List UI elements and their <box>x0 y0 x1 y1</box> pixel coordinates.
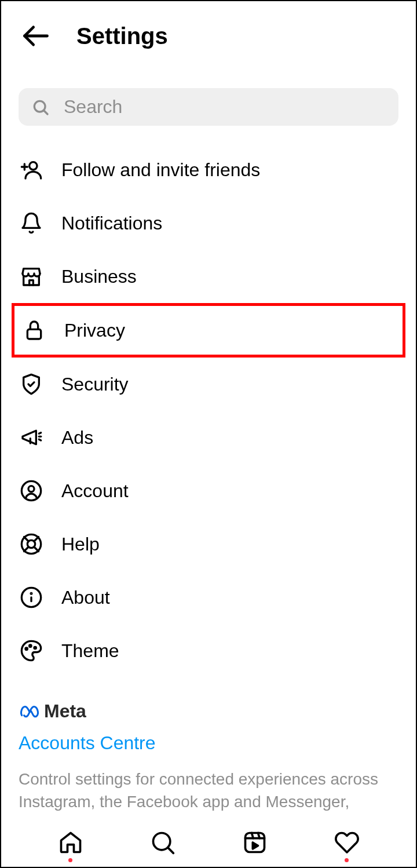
heart-icon <box>334 830 360 855</box>
svg-line-25 <box>168 848 173 853</box>
menu-item-security[interactable]: Security <box>1 358 416 411</box>
arrow-left-icon <box>21 21 51 51</box>
menu-item-theme[interactable]: Theme <box>1 624 416 677</box>
home-icon <box>58 830 83 855</box>
meta-logo: Meta <box>19 701 398 722</box>
search-icon <box>31 98 50 116</box>
svg-point-21 <box>25 648 27 650</box>
menu-item-label: Theme <box>61 640 119 662</box>
menu-item-label: Help <box>61 534 100 555</box>
footer-section: Meta Accounts Centre Control settings fo… <box>1 683 416 836</box>
svg-rect-6 <box>27 329 41 339</box>
bottom-nav <box>1 818 416 867</box>
svg-line-7 <box>39 433 41 434</box>
info-icon <box>19 585 44 610</box>
svg-line-14 <box>24 537 29 542</box>
menu-item-label: About <box>61 587 110 608</box>
svg-line-17 <box>24 547 29 552</box>
menu-item-account[interactable]: Account <box>1 464 416 517</box>
bell-icon <box>19 210 44 236</box>
add-person-icon <box>19 157 44 183</box>
svg-point-11 <box>28 486 34 492</box>
svg-line-15 <box>34 547 39 552</box>
page-title: Settings <box>76 23 168 49</box>
settings-menu: Follow and invite friends Notifications … <box>1 137 416 683</box>
svg-rect-26 <box>245 833 264 852</box>
menu-item-label: Follow and invite friends <box>61 159 260 181</box>
megaphone-icon <box>19 425 44 450</box>
nav-dot <box>68 858 72 862</box>
header: Settings <box>1 1 416 71</box>
menu-item-label: Account <box>61 480 129 502</box>
svg-point-20 <box>31 593 32 595</box>
nav-activity[interactable] <box>333 825 361 860</box>
search-icon <box>150 830 175 855</box>
svg-point-3 <box>30 162 37 170</box>
menu-item-about[interactable]: About <box>1 571 416 624</box>
shop-icon <box>19 264 44 289</box>
menu-item-notifications[interactable]: Notifications <box>1 196 416 250</box>
palette-icon <box>19 638 44 663</box>
lifebuoy-icon <box>19 531 44 557</box>
menu-item-ads[interactable]: Ads <box>1 411 416 464</box>
meta-label: Meta <box>44 701 86 722</box>
svg-line-16 <box>34 537 39 542</box>
shield-check-icon <box>19 371 44 397</box>
svg-line-9 <box>39 439 41 440</box>
menu-item-label: Security <box>61 374 129 395</box>
nav-dot <box>345 858 349 862</box>
menu-item-business[interactable]: Business <box>1 250 416 303</box>
accounts-centre-link[interactable]: Accounts Centre <box>19 732 398 754</box>
account-circle-icon <box>19 478 44 504</box>
menu-item-label: Notifications <box>61 213 162 234</box>
menu-item-privacy[interactable]: Privacy <box>12 303 405 358</box>
menu-item-label: Privacy <box>64 320 125 341</box>
menu-item-follow-invite[interactable]: Follow and invite friends <box>1 143 416 196</box>
menu-item-label: Business <box>61 266 137 287</box>
search-input[interactable]: Search <box>19 88 398 126</box>
reels-icon <box>242 830 268 855</box>
svg-point-23 <box>34 647 36 648</box>
nav-search[interactable] <box>149 825 177 860</box>
nav-home[interactable] <box>57 825 85 860</box>
menu-item-label: Ads <box>61 427 93 448</box>
back-button[interactable] <box>19 19 53 53</box>
lock-icon <box>21 318 47 343</box>
search-placeholder: Search <box>64 96 122 118</box>
meta-icon <box>19 704 41 719</box>
svg-point-22 <box>30 645 31 647</box>
nav-reels[interactable] <box>241 825 269 860</box>
menu-item-help[interactable]: Help <box>1 517 416 571</box>
svg-line-2 <box>44 111 47 114</box>
svg-marker-30 <box>253 843 258 849</box>
